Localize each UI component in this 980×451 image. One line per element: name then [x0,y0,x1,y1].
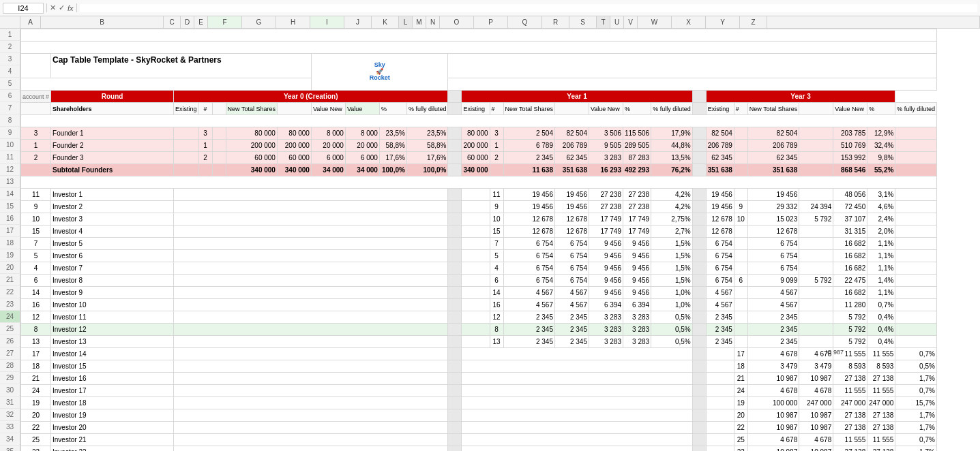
round-header: Round [51,91,174,103]
row-4 [21,78,937,91]
col-W[interactable]: W [638,16,672,28]
col-G[interactable]: G [242,16,276,28]
col-P[interactable]: P [474,16,508,28]
col-H[interactable]: H [276,16,310,28]
investor19-row[interactable]: 20 Investor 19 20 10 987 10 987 27 138 2… [21,409,937,422]
col-A[interactable]: A [20,16,41,28]
sep-i2b [692,201,706,213]
i2-y0-empty [174,201,448,213]
col-V[interactable]: V [624,16,638,28]
investor12-row[interactable]: 8 Investor 12 8 2 345 2 345 3 283 3 283 … [21,324,937,336]
col-L[interactable]: L [399,16,413,28]
f2-y3-val: 510 769 [833,140,867,152]
f3-y1-shares: 3 283 [589,152,623,164]
col-T[interactable]: T [597,16,610,28]
f1-y1-total: 82 504 [554,127,589,140]
founder3-row[interactable]: 2 Founder 3 2 60 000 60 000 6 000 6 000 … [21,152,937,164]
founder1-row[interactable]: 3 Founder 1 3 80 000 80 000 8 000 8 000 … [21,127,937,140]
year1-header: Year 1 [462,91,692,103]
i3-y1-pct: 2,75% [651,213,693,226]
investor20-row[interactable]: 22 Investor 20 22 10 987 10 987 27 138 2… [21,422,937,434]
val-new-label: Value New [311,103,345,115]
f3-y1-new: 2 345 [503,152,554,164]
i2-y3-pct: 4,6% [867,201,895,213]
investor18-row[interactable]: 19 Investor 18 19 100 000 247 000 247 00… [21,397,937,409]
f1-y3-pct: 12,9% [867,127,895,140]
f2-y3-existing: 206 789 [706,140,734,152]
col-Q[interactable]: Q [508,16,542,28]
col-Y[interactable]: Y [706,16,740,28]
investor10-row[interactable]: 16 Investor 10 16 4 567 4 567 6 394 6 39… [21,299,937,311]
sep-st [448,164,462,176]
investor9-row[interactable]: 14 Investor 9 14 4 567 4 567 9 456 9 456… [21,287,937,299]
investor14-row[interactable]: 17 Investor 14 17 4 678 4 678 11 555 11 … [21,348,937,360]
row-6: 6 [0,90,20,102]
col-J[interactable]: J [344,16,372,28]
col-E[interactable]: E [194,16,208,28]
cell-reference[interactable] [3,3,44,14]
investor11-row[interactable]: 12 Investor 11 12 2 345 2 345 3 283 3 28… [21,311,937,324]
investor22-row[interactable]: 23 Investor 22 23 10 987 10 987 27 138 2… [21,446,937,452]
col-U[interactable]: U [610,16,624,28]
col-F[interactable]: F [208,16,242,28]
f3-y3-pct: 9,8% [867,152,895,164]
row-2: 2 [0,41,20,53]
investor17-row[interactable]: 24 Investor 17 24 4 678 4 678 11 555 11 … [21,385,937,397]
investor3-row[interactable]: 10 Investor 3 10 12 678 12 678 17 749 17… [21,213,937,226]
sep-f1 [448,127,462,140]
f1-y3-num [734,127,747,140]
col-O[interactable]: O [440,16,474,28]
i2-y3-num: 9 [734,201,747,213]
row-13: 13 [0,176,20,188]
founder2-row[interactable]: 1 Founder 2 1 200 000 200 000 20 000 20 … [21,140,937,152]
st-y3-pct-d [895,164,937,176]
f2-val: 20 000 [345,140,379,152]
row-33: 33 [0,421,20,433]
y3-pct-d: % fully diluted [895,103,937,115]
col-Z[interactable]: Z [740,16,767,28]
investor21-row[interactable]: 25 Investor 21 25 4 678 4 678 11 555 11 … [21,434,937,446]
i1-y3-existing: 19 456 [706,189,734,201]
col-S[interactable]: S [569,16,597,28]
confirm-icon[interactable]: ✓ [59,3,65,12]
i1-y1-total: 19 456 [554,189,589,201]
grid-content: Cap Table Template - SkyRocket & Partner… [20,29,980,451]
fx-icon[interactable]: fx [68,4,74,12]
col-R[interactable]: R [542,16,569,28]
col-I[interactable]: I [310,16,344,28]
col-C[interactable]: C [164,16,181,28]
spreadsheet-title: Cap Table Template - SkyRocket & Partner… [51,54,312,78]
y1-new: New Total Shares [503,103,554,115]
investor16-row[interactable]: 21 Investor 16 21 10 987 10 987 27 138 2… [21,373,937,385]
investor4-row[interactable]: 15 Investor 4 15 12 678 12 678 17 749 17… [21,226,937,238]
i1-y1-num: 11 [490,189,503,201]
investor2-row[interactable]: 9 Investor 2 9 19 456 19 456 27 238 27 2… [21,201,937,213]
row-20: 20 [0,262,20,274]
investor8-row[interactable]: 6 Investor 8 6 6 754 6 754 9 456 9 456 1… [21,275,937,287]
investor6-row[interactable]: 5 Investor 6 5 6 754 6 754 9 456 9 456 1… [21,250,937,262]
col-X[interactable]: X [672,16,706,28]
f3-acct: 2 [21,152,51,164]
f1-y1-existing: 80 000 [462,127,490,140]
col-N[interactable]: N [426,16,440,28]
investor15-row[interactable]: 18 Investor 15 18 3 479 3 479 8 593 8 59… [21,360,937,373]
f2-y3-total: 206 789 [747,140,799,152]
sep-f3b [692,152,706,164]
row-26: 26 [0,335,20,347]
col-M[interactable]: M [413,16,426,28]
investor1-row[interactable]: 11 Investor 1 11 19 456 19 456 27 238 27… [21,189,937,201]
col-B[interactable]: B [41,16,164,28]
formula-input[interactable] [80,4,977,12]
grid-area: 1 2 3 4 5 6 7 8 9 10 11 12 13 14 15 16 1… [0,29,980,451]
investor5-row[interactable]: 7 Investor 5 7 6 754 6 754 9 456 9 456 1… [21,238,937,250]
y3-total: New Total Shares [747,103,799,115]
pct-dil-label: % fully diluted [406,103,448,115]
i3-y1-val: 17 749 [623,213,651,226]
empty-rest4 [448,78,936,91]
col-D[interactable]: D [181,16,194,28]
investor13-row[interactable]: 13 Investor 13 13 2 345 2 345 3 283 3 28… [21,336,937,348]
cancel-icon[interactable]: ✕ [50,3,56,12]
col-K[interactable]: K [372,16,399,28]
investor7-row[interactable]: 4 Investor 7 4 6 754 6 754 9 456 9 456 1… [21,262,937,275]
f2-y1-num: 1 [490,140,503,152]
